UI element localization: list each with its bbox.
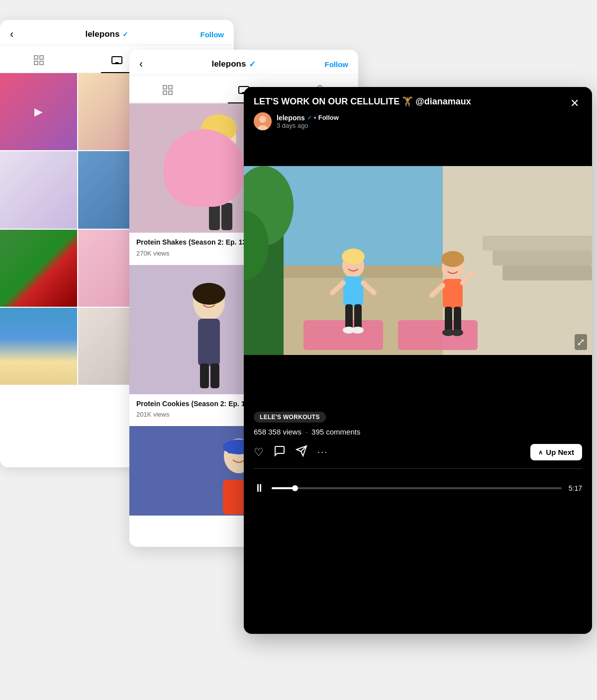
video-info-area: LELE'S WORKOUTS 658 358 views · 395 comm… <box>244 405 592 476</box>
meta-text: lelepons ✓ • Follow 3 days ago <box>277 114 339 129</box>
grid-item[interactable] <box>0 151 77 228</box>
svg-rect-53 <box>398 320 478 350</box>
comments-count: 395 comments <box>311 428 360 436</box>
video-player-area: ⤢ <box>244 136 592 405</box>
svg-rect-25 <box>198 319 220 366</box>
progress-thumb[interactable] <box>292 485 298 491</box>
follow-button[interactable]: Follow <box>200 30 224 39</box>
svg-point-72 <box>342 249 365 264</box>
back-button[interactable]: ‹ <box>10 28 13 41</box>
svg-point-60 <box>352 327 364 334</box>
chevron-up-icon: ∧ <box>538 449 543 456</box>
svg-rect-2 <box>34 61 38 65</box>
verified-icon: ✓ <box>122 30 128 38</box>
svg-rect-16 <box>221 203 232 230</box>
svg-rect-7 <box>169 86 172 89</box>
svg-rect-66 <box>445 307 452 332</box>
actions-row: ♡ ··· ∧ Up Next <box>254 444 582 469</box>
verified-badge: ✓ <box>307 114 312 121</box>
back-button[interactable]: ‹ <box>139 58 143 71</box>
svg-rect-56 <box>343 276 363 306</box>
username-text: lelepons <box>277 114 305 122</box>
svg-rect-1 <box>40 56 43 59</box>
svg-point-69 <box>451 329 463 336</box>
svg-point-40 <box>259 116 266 123</box>
svg-rect-15 <box>209 203 220 230</box>
dot-separator: · <box>305 428 307 436</box>
username-label: lelepons <box>211 59 246 69</box>
video-black-bottom <box>244 355 592 405</box>
video-frame[interactable]: ⤢ <box>244 166 592 355</box>
svg-rect-14 <box>206 156 231 205</box>
fullscreen-button[interactable]: ⤢ <box>575 334 587 350</box>
username-row: lelepons ✓ <box>85 29 128 39</box>
svg-rect-3 <box>40 61 43 65</box>
video-meta-row: lelepons ✓ • Follow 3 days ago <box>254 112 567 130</box>
avatar <box>254 112 272 130</box>
verified-icon: ✓ <box>249 59 256 70</box>
svg-rect-8 <box>163 91 167 94</box>
grid-item[interactable] <box>0 230 77 307</box>
panel-mid-header: ‹ lelepons ✓ Follow <box>129 50 358 75</box>
meta-username: lelepons ✓ • Follow <box>277 114 339 122</box>
video-black-top <box>244 136 592 166</box>
svg-rect-26 <box>200 363 209 388</box>
svg-rect-51 <box>502 265 592 280</box>
close-button[interactable]: ✕ <box>567 96 582 111</box>
grid-item[interactable]: ▶ <box>0 73 77 150</box>
username-row: lelepons ✓ <box>211 59 256 70</box>
svg-rect-57 <box>345 304 353 329</box>
pause-button[interactable]: ⏸ <box>254 482 265 495</box>
grid-item[interactable] <box>0 308 77 385</box>
share-button[interactable] <box>296 445 307 460</box>
video-player-header: LET'S WORK ON OUR CELLULITE 🏋️ @dianamau… <box>244 87 592 136</box>
svg-rect-38 <box>223 480 245 515</box>
svg-rect-0 <box>34 56 38 59</box>
username-label: lelepons <box>85 29 119 39</box>
play-icon: ▶ <box>34 105 43 118</box>
tab-tv[interactable] <box>101 50 133 73</box>
svg-point-73 <box>441 251 464 267</box>
time-display: 5:17 <box>569 484 582 492</box>
stats-row: 658 358 views · 395 comments <box>254 428 582 436</box>
time-ago: 3 days ago <box>277 122 339 129</box>
svg-point-21 <box>201 114 237 142</box>
video-header-left: LET'S WORK ON OUR CELLULITE 🏋️ @dianamau… <box>254 96 567 130</box>
up-next-label: Up Next <box>546 448 574 456</box>
like-button[interactable]: ♡ <box>254 446 264 459</box>
svg-rect-27 <box>210 363 219 388</box>
progress-area: ⏸ 5:17 <box>244 476 592 505</box>
panel-video-player: LET'S WORK ON OUR CELLULITE 🏋️ @dianamau… <box>244 87 592 634</box>
video-title: LET'S WORK ON OUR CELLULITE 🏋️ @dianamau… <box>254 96 567 107</box>
tab-grid-mid[interactable] <box>152 80 184 102</box>
total-time: 5:17 <box>569 484 582 492</box>
up-next-button[interactable]: ∧ Up Next <box>530 444 582 460</box>
more-options-button[interactable]: ··· <box>317 447 328 457</box>
follow-link[interactable]: Follow <box>318 114 339 121</box>
svg-rect-67 <box>454 307 461 332</box>
svg-rect-50 <box>493 251 592 265</box>
progress-controls: ⏸ 5:17 <box>254 482 582 495</box>
progress-bar[interactable] <box>272 487 562 489</box>
svg-rect-9 <box>169 91 172 94</box>
comment-button[interactable] <box>274 445 286 460</box>
panel-back-header: ‹ lelepons ✓ Follow <box>0 20 234 45</box>
svg-point-28 <box>193 283 225 305</box>
tab-grid[interactable] <box>23 50 55 73</box>
category-badge: LELE'S WORKOUTS <box>254 412 326 423</box>
svg-rect-65 <box>443 279 463 309</box>
svg-rect-58 <box>354 304 362 329</box>
views-count: 658 358 views <box>254 428 301 436</box>
progress-fill <box>272 487 295 489</box>
follow-button[interactable]: Follow <box>324 60 348 69</box>
svg-rect-49 <box>483 236 592 251</box>
svg-rect-52 <box>303 320 383 350</box>
svg-rect-6 <box>163 86 167 89</box>
dot-separator: • <box>314 114 316 122</box>
